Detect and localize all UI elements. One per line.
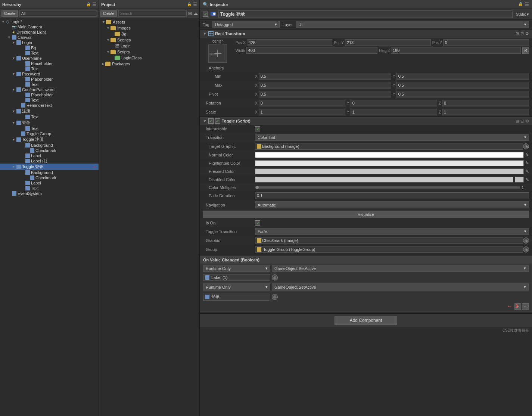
highlighted-color-edit-icon[interactable]: ✎ [525, 161, 529, 166]
disabled-color-swatch[interactable] [255, 177, 513, 183]
tree-item-zhuce[interactable]: ▼ 注册 [0, 108, 99, 114]
tree-item-background1[interactable]: Background [0, 143, 99, 148]
rect-transform-header[interactable]: ▼ Rect Transform ⊞ ⊟ ⚙ [200, 30, 532, 38]
layer-dropdown[interactable]: UI ▾ [296, 21, 529, 28]
tree-item-toggledenglu[interactable]: ▼ Toggle 登录 ← 1 [0, 164, 99, 170]
tag-dropdown[interactable]: Untagged ▾ [212, 21, 280, 28]
project-icon-btn2[interactable]: ☁ [193, 11, 198, 16]
tree-item-background2[interactable]: Background [0, 170, 99, 175]
tree-item-checkmark1[interactable]: Checkmark [0, 148, 99, 153]
max-y-input[interactable] [396, 82, 529, 89]
function-dropdown-1[interactable]: GameObject.SetActive ▾ [272, 265, 529, 272]
tree-item-text5[interactable]: Text [0, 114, 99, 119]
project-search-input[interactable] [118, 10, 187, 17]
normal-color-edit-icon[interactable]: ✎ [525, 152, 529, 158]
project-images-folder[interactable]: ▼ Images [99, 25, 199, 31]
target-graphic-field[interactable]: Background (Image) [255, 143, 523, 150]
pos-y-input[interactable]: 218 [345, 39, 431, 46]
project-scenes-folder[interactable]: ▼ Scenes [99, 37, 199, 43]
toggle-script-enabled-checkbox[interactable] [208, 118, 214, 124]
pivot-x-input[interactable] [259, 91, 391, 97]
tree-item-remindertext[interactable]: ReminderText [0, 103, 99, 108]
rot-y-input[interactable] [351, 100, 437, 106]
tree-item-text2[interactable]: Text [0, 66, 99, 71]
tree-item-password[interactable]: ▼ Password [0, 71, 99, 77]
navigation-dropdown[interactable]: Automatic ▾ [255, 201, 529, 208]
tree-item-denglu[interactable]: ▼ 登录 [0, 119, 99, 126]
event-target-field-1[interactable]: Label (1) [203, 274, 270, 281]
tree-item-eventsystem[interactable]: EventSystem [0, 191, 99, 196]
tree-item-login[interactable]: ▼ Login [0, 40, 99, 45]
object-active-checkbox[interactable] [203, 12, 208, 17]
tree-item-username[interactable]: ▼ UserName [0, 56, 99, 61]
scale-z-input[interactable] [442, 109, 529, 115]
r-button[interactable]: R [522, 47, 529, 54]
runtime-only-dropdown-2[interactable]: Runtime Only ▾ [203, 283, 270, 291]
graphic-pick-btn[interactable]: ◎ [523, 238, 529, 243]
tree-item-confirmpassword[interactable]: ▼ ConfirmPassword [0, 87, 99, 92]
remove-event-button[interactable]: − [522, 303, 529, 310]
toggle-transition-dropdown[interactable]: Fade ▾ [255, 228, 529, 235]
pressed-color-edit-icon[interactable]: ✎ [525, 169, 529, 174]
copy-icon2[interactable]: ⊞ [516, 119, 519, 124]
paste-icon2[interactable]: ⊟ [520, 119, 524, 124]
min-y-input[interactable] [396, 73, 529, 80]
toggle-script-enabled-checkbox2[interactable] [215, 118, 220, 124]
visualize-button[interactable]: Visualize [203, 211, 529, 218]
highlighted-color-swatch[interactable] [255, 160, 524, 166]
is-on-checkbox[interactable] [255, 220, 260, 226]
tree-item-directional-light[interactable]: ☀ Directional Light [0, 30, 99, 35]
rot-x-input[interactable] [259, 100, 345, 106]
slider-thumb[interactable] [256, 186, 259, 189]
toggle-script-header[interactable]: ▼ Toggle (Script) ⊞ ⊟ ⚙ [200, 117, 532, 125]
height-input[interactable]: 180 [391, 47, 521, 54]
fade-duration-input[interactable] [255, 192, 529, 199]
static-dropdown-icon[interactable]: ▾ [527, 12, 529, 17]
tree-item-checkmark2[interactable]: Checkmark [0, 175, 99, 180]
runtime-only-dropdown-1[interactable]: Runtime Only ▾ [203, 265, 270, 272]
function-dropdown-2[interactable]: GameObject.SetActive ▾ [272, 283, 529, 291]
tree-item-text6[interactable]: Text [0, 126, 99, 131]
tree-item-label2b[interactable]: Text [0, 186, 99, 191]
tree-item-placeholder2[interactable]: Placeholder [0, 77, 99, 82]
tree-item-placeholder3[interactable]: Placeholder [0, 92, 99, 97]
tree-item-bg[interactable]: Bg [0, 45, 99, 50]
copy-icon[interactable]: ⊞ [516, 31, 519, 36]
scale-x-input[interactable] [259, 109, 345, 115]
slider-track[interactable] [255, 186, 520, 189]
project-loginclass-script[interactable]: LoginClass [99, 55, 199, 61]
tree-item-text[interactable]: Text [0, 50, 99, 56]
target-graphic-pick-btn[interactable]: ◎ [523, 143, 529, 149]
event-target-pick-btn-2[interactable]: ◎ [272, 294, 278, 300]
add-component-button[interactable]: Add Component [335, 316, 398, 325]
max-x-input[interactable] [259, 82, 391, 89]
project-assets-folder[interactable]: ▼ Assets [99, 19, 199, 25]
tree-item-main-camera[interactable]: 📷 Main Camera [0, 24, 99, 30]
event-target-field-2[interactable]: 登录 [203, 293, 270, 301]
tree-item-label1b[interactable]: Label (1) [0, 158, 99, 164]
project-login-scene[interactable]: 🎬 Login [99, 43, 199, 49]
interactable-checkbox[interactable] [255, 126, 260, 131]
anchor-visual[interactable]: middle [208, 44, 227, 63]
rot-z-input[interactable] [442, 100, 529, 106]
project-bg-asset[interactable]: Bg [99, 31, 199, 37]
tree-item-togglezhuce[interactable]: ▼ Toggle 注册 [0, 136, 99, 143]
pos-x-input[interactable]: 425 [247, 39, 333, 46]
group-field[interactable]: Toggle Group (ToggleGroup) [255, 246, 523, 253]
paste-icon[interactable]: ⊟ [520, 31, 524, 36]
tree-item-label1[interactable]: Label [0, 153, 99, 158]
transition-dropdown[interactable]: Color Tint ▾ [255, 134, 529, 141]
disabled-color-edit-icon[interactable]: ✎ [525, 177, 529, 182]
menu-icon[interactable]: ☰ [525, 2, 529, 7]
tree-item-placeholder1[interactable]: Placeholder [0, 61, 99, 66]
pressed-color-swatch[interactable] [255, 168, 524, 174]
project-packages-folder[interactable]: ▶ Packages [99, 61, 199, 67]
hierarchy-search-input[interactable] [19, 10, 97, 17]
tree-item-togglegroup[interactable]: Toggle Group [0, 131, 99, 136]
pos-z-input[interactable]: 0 [443, 39, 529, 46]
scale-y-input[interactable] [351, 109, 437, 115]
project-scripts-folder[interactable]: ▼ Scripts [99, 49, 199, 55]
object-name-input[interactable] [218, 10, 513, 18]
gear-icon2[interactable]: ⚙ [525, 119, 529, 124]
project-create-button[interactable]: Create [100, 10, 117, 17]
